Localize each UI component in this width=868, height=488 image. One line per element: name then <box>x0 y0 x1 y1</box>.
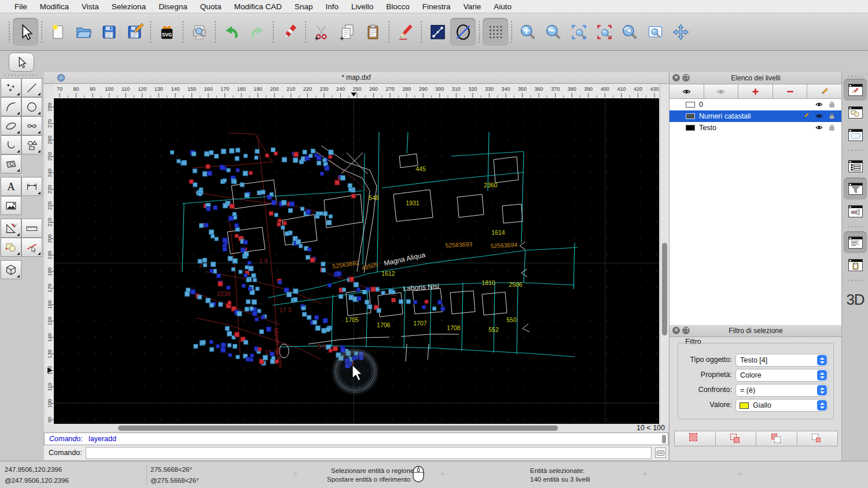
palette-toggle-filter[interactable] <box>844 178 867 199</box>
zoom-in-button[interactable] <box>515 18 540 46</box>
layer-lock-toggle[interactable] <box>827 112 836 120</box>
layer-color-swatch[interactable] <box>686 113 695 119</box>
export-svg-button[interactable] <box>154 18 179 46</box>
arc-tool-button[interactable] <box>1 97 21 116</box>
freehand-tool-button[interactable] <box>21 116 42 135</box>
layer-lock-toggle[interactable] <box>827 101 836 108</box>
drawing-canvas[interactable]: 4452360548193116141612181025061705170617… <box>54 98 659 424</box>
select-stepper-icon[interactable] <box>817 400 827 411</box>
grid-button[interactable] <box>483 18 508 46</box>
line-tool-button[interactable] <box>21 78 42 97</box>
select-replace-button[interactable] <box>674 431 716 446</box>
select-subtract-button[interactable] <box>756 431 797 446</box>
show-layer-button[interactable] <box>670 84 704 98</box>
curve-tool-button[interactable] <box>1 135 21 154</box>
layer-lock-toggle[interactable] <box>827 124 836 131</box>
menu-seleziona[interactable]: Seleziona <box>105 2 152 11</box>
palette-toggle-blank[interactable] <box>844 124 867 146</box>
ellipse-tool-button[interactable] <box>1 116 21 135</box>
layer-color-swatch[interactable] <box>686 125 695 131</box>
filter-property-select[interactable]: Colore <box>735 369 828 382</box>
hatch-tool-button[interactable] <box>1 154 21 173</box>
horizontal-scrollbar[interactable]: 10 < 100 <box>44 424 668 432</box>
dimension-tool-button[interactable] <box>21 177 42 196</box>
menu-blocco[interactable]: Blocco <box>380 2 416 11</box>
menu-vista[interactable]: Vista <box>75 2 105 11</box>
circle-tool-button[interactable] <box>21 97 42 116</box>
keyboard-button[interactable] <box>655 448 666 458</box>
save-button[interactable] <box>96 18 122 46</box>
palette-toggle-torch[interactable] <box>844 200 867 222</box>
vertical-scrollbar[interactable] <box>660 84 669 424</box>
layer-row[interactable]: 0 <box>670 99 842 110</box>
ellipse-button[interactable] <box>450 18 476 46</box>
select-add-button[interactable] <box>715 431 757 446</box>
add-layer-button[interactable] <box>738 84 773 98</box>
filter-type-select[interactable]: Testo [4] <box>735 354 828 367</box>
layer-visibility-toggle[interactable] <box>815 124 823 131</box>
undo-button[interactable] <box>219 18 244 46</box>
trim-tool-button[interactable] <box>21 238 42 257</box>
text-tool-button[interactable] <box>1 177 21 196</box>
pointer-button[interactable] <box>13 18 38 46</box>
layer-visibility-toggle[interactable] <box>815 101 823 108</box>
menu-disegna[interactable]: Disegna <box>152 2 194 11</box>
save-as-button[interactable] <box>122 18 147 46</box>
erase-button[interactable] <box>277 18 302 46</box>
redo-button[interactable] <box>244 18 270 46</box>
menu-aiuto[interactable]: Aiuto <box>487 2 518 11</box>
menu-varie[interactable]: Varie <box>457 2 488 11</box>
select-stepper-icon[interactable] <box>817 370 827 380</box>
filter-value-select[interactable]: Giallo <box>735 399 828 412</box>
edit-layer-button[interactable] <box>807 84 842 98</box>
selection-tool-button[interactable] <box>9 53 34 72</box>
zoom-previous-button[interactable] <box>617 18 642 46</box>
select-stepper-icon[interactable] <box>817 355 827 365</box>
points-tool-button[interactable] <box>1 78 21 97</box>
menu-finestra[interactable]: Finestra <box>416 2 457 11</box>
zoom-selection-button[interactable] <box>591 18 617 46</box>
draw-pencil-button[interactable] <box>392 18 418 46</box>
history-scrollbar-thumb[interactable] <box>662 435 666 443</box>
menu-info[interactable]: Info <box>319 2 345 11</box>
open-file-button[interactable] <box>71 18 96 46</box>
filter-compare-select[interactable]: = (è) <box>735 384 828 397</box>
zoom-fit-button[interactable] <box>566 18 591 46</box>
menu-quota[interactable]: Quota <box>194 2 228 11</box>
menu-livello[interactable]: Livello <box>345 2 380 11</box>
polygons-tool-button[interactable] <box>21 135 42 154</box>
menu-modifica-cad[interactable]: Modifica CAD <box>227 2 288 11</box>
palette-toggle-shapes[interactable] <box>844 101 867 123</box>
image-tool-button[interactable] <box>1 196 21 215</box>
print-button[interactable] <box>186 18 212 46</box>
shapes-tool-button[interactable] <box>1 238 21 257</box>
pan-button[interactable] <box>668 18 693 46</box>
hide-layer-button[interactable] <box>704 84 739 98</box>
horizontal-scrollbar-thumb[interactable] <box>118 426 558 431</box>
layer-row[interactable]: Testo <box>670 122 842 134</box>
drawing-window-titlebar[interactable]: * map.dxf <box>44 72 668 84</box>
zoom-window-button[interactable] <box>642 18 668 46</box>
polyline-button[interactable] <box>425 18 450 46</box>
paste-button[interactable] <box>360 18 385 46</box>
box3d-tool-button[interactable] <box>1 260 21 279</box>
menu-snap[interactable]: Snap <box>288 2 319 11</box>
new-file-button[interactable] <box>45 18 71 46</box>
remove-layer-button[interactable] <box>773 84 808 98</box>
select-stepper-icon[interactable] <box>817 385 827 395</box>
palette-toggle-draw[interactable] <box>844 79 867 101</box>
palette-toggle-command[interactable] <box>844 231 867 253</box>
menu-file[interactable]: File <box>8 2 34 11</box>
palette-toggle-list[interactable] <box>844 155 867 177</box>
command-input[interactable] <box>86 447 652 459</box>
vertical-scrollbar-thumb[interactable] <box>662 243 667 335</box>
layer-color-swatch[interactable] <box>686 102 695 108</box>
layer-row[interactable]: Numeri catastali <box>670 110 842 122</box>
menu-modifica[interactable]: Modifica <box>34 2 75 11</box>
cut-button[interactable] <box>309 18 334 46</box>
ruler-tool-button[interactable] <box>21 219 42 238</box>
copy-button[interactable] <box>334 18 360 46</box>
layer-visibility-toggle[interactable] <box>815 112 823 120</box>
zoom-out-button[interactable] <box>540 18 566 46</box>
palette-toggle-clipboard[interactable] <box>844 254 867 276</box>
